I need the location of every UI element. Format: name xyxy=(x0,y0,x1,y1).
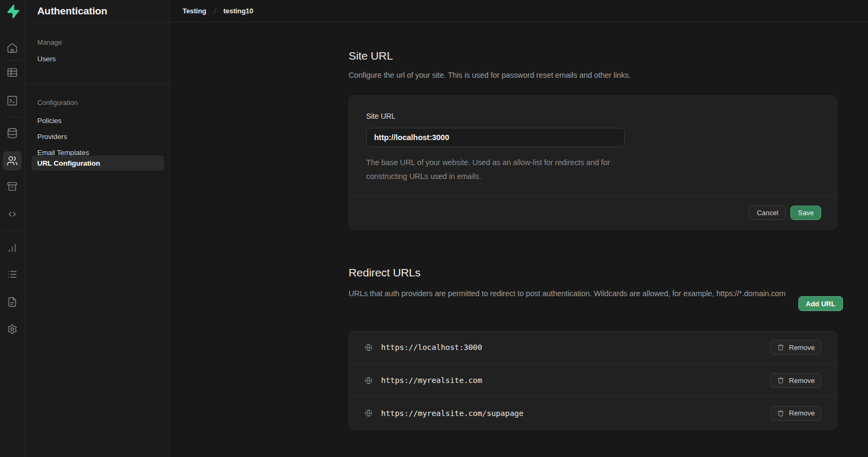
breadcrumb-separator: / xyxy=(213,6,216,15)
rail-divider xyxy=(4,60,21,61)
sidebar-section-manage: Manage xyxy=(37,38,62,46)
icon-rail xyxy=(0,0,25,457)
redirect-urls-title: Redirect URLs xyxy=(349,266,420,279)
table-editor-icon[interactable] xyxy=(3,63,22,82)
sidebar-item-providers[interactable]: Providers xyxy=(37,133,67,141)
site-url-input[interactable] xyxy=(366,128,625,147)
rail-divider xyxy=(4,117,21,117)
globe-icon xyxy=(364,409,373,418)
sql-editor-icon[interactable] xyxy=(3,91,22,110)
sidebar-title: Authentication xyxy=(25,0,170,22)
storage-icon[interactable] xyxy=(3,177,22,196)
breadcrumb-branch[interactable]: testing10 xyxy=(224,7,253,15)
docs-icon[interactable] xyxy=(3,292,22,312)
auth-sidebar: Authentication Manage Users Configuratio… xyxy=(25,0,170,457)
save-button[interactable]: Save xyxy=(790,206,821,220)
rail-divider xyxy=(4,231,21,231)
redirect-url-row: https://myrealsite.com Remove xyxy=(349,364,837,397)
authentication-icon[interactable] xyxy=(3,151,22,170)
remove-button-label: Remove xyxy=(789,377,815,385)
sidebar-section-configuration: Configuration xyxy=(37,99,78,107)
trash-icon xyxy=(777,410,784,417)
trash-icon xyxy=(777,377,784,384)
site-url-card: Site URL The base URL of your website. U… xyxy=(349,95,837,230)
project-settings-icon[interactable] xyxy=(3,320,22,339)
sidebar-item-policies[interactable]: Policies xyxy=(37,117,62,125)
site-url-field-help: The base URL of your website. Used as an… xyxy=(366,156,632,183)
cancel-button[interactable]: Cancel xyxy=(749,206,786,220)
supabase-logo-icon[interactable] xyxy=(5,4,20,19)
sidebar-item-users[interactable]: Users xyxy=(37,55,56,63)
database-icon[interactable] xyxy=(3,124,22,143)
add-url-button[interactable]: Add URL xyxy=(798,296,843,311)
redirect-url-row: https://myrealsite.com/supapage Remove xyxy=(349,396,837,429)
site-url-title: Site URL xyxy=(349,50,393,62)
redirect-urls-description: URLs that auth providers are permitted t… xyxy=(349,287,790,300)
redirect-url-value: https://localhost:3000 xyxy=(381,343,482,352)
remove-button-label: Remove xyxy=(789,344,815,352)
topbar: Testing / testing10 Help xyxy=(170,0,868,22)
redirect-url-value: https://myrealsite.com/supapage xyxy=(381,409,524,418)
redirect-urls-list: https://localhost:3000 Remove https://my… xyxy=(349,331,837,430)
redirect-url-row: https://localhost:3000 Remove xyxy=(349,331,837,364)
breadcrumb-project[interactable]: Testing xyxy=(183,7,206,15)
globe-icon xyxy=(364,343,373,352)
remove-url-button[interactable]: Remove xyxy=(770,340,822,355)
trash-icon xyxy=(777,344,784,351)
app-window: Authentication Manage Users Configuratio… xyxy=(0,0,868,457)
sidebar-divider xyxy=(25,83,170,84)
sidebar-item-url-configuration[interactable]: URL Configuration xyxy=(31,156,164,170)
site-url-card-footer: Cancel Save xyxy=(349,196,837,229)
remove-url-button[interactable]: Remove xyxy=(770,373,822,388)
api-docs-icon[interactable] xyxy=(3,205,22,224)
logs-icon[interactable] xyxy=(3,265,22,284)
remove-url-button[interactable]: Remove xyxy=(770,406,822,421)
site-url-description: Configure the url of your site. This is … xyxy=(349,68,631,82)
globe-icon xyxy=(364,376,373,385)
remove-button-label: Remove xyxy=(789,409,815,417)
reports-icon[interactable] xyxy=(3,238,22,257)
site-url-field-label: Site URL xyxy=(366,112,820,120)
redirect-url-value: https://myrealsite.com xyxy=(381,376,482,385)
home-icon[interactable] xyxy=(3,38,22,58)
